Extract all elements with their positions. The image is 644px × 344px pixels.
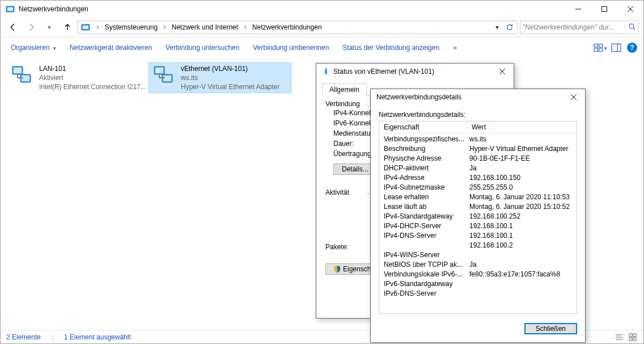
- details-row-property: Verbindungslokale IPv6-...: [379, 270, 467, 279]
- details-row-property: Physische Adresse: [379, 154, 467, 163]
- details-row-property: IPv4-DNS-Server: [379, 231, 467, 241]
- refresh-button[interactable]: [503, 21, 516, 33]
- details-row[interactable]: NetBIOS über TCPIP ak...Ja: [379, 260, 577, 270]
- maximize-button[interactable]: [591, 1, 617, 18]
- help-icon: ?: [627, 43, 637, 53]
- svg-point-5: [629, 24, 634, 28]
- details-row[interactable]: Physische Adresse90-1B-0E-1F-F1-EE: [379, 154, 577, 163]
- close-details-button[interactable]: Schließen: [524, 323, 577, 334]
- details-row[interactable]: IPv6-Standardgateway: [379, 279, 577, 289]
- status-dialog-close-button[interactable]: [493, 64, 511, 79]
- breadcrumb-segment[interactable]: Netzwerk und Internet: [172, 23, 238, 31]
- details-row-value: 192.168.100.1: [467, 231, 577, 241]
- details-row-value: [467, 250, 577, 260]
- details-header-value[interactable]: Wert: [467, 121, 491, 133]
- details-row[interactable]: IPv4-Adresse192.168.100.150: [379, 173, 577, 183]
- details-row-property: IPv6-Standardgateway: [379, 279, 467, 289]
- details-table: Eigenschaft Wert Verbindungsspezifisches…: [379, 121, 577, 314]
- search-input[interactable]: "Netzwerkverbindungen" dur...: [520, 20, 639, 34]
- help-button[interactable]: ?: [625, 41, 639, 54]
- view-options-button[interactable]: [594, 41, 607, 54]
- details-row-property: IPv4-Standardgateway: [379, 212, 467, 221]
- details-row[interactable]: DHCP-aktiviertJa: [379, 163, 577, 173]
- item-count: 2 Elemente: [6, 333, 41, 341]
- disable-adapter-button[interactable]: Netzwerkgerät deaktivieren: [64, 41, 158, 54]
- details-table-header[interactable]: Eigenschaft Wert: [379, 121, 577, 133]
- details-header-property[interactable]: Eigenschaft: [379, 121, 467, 133]
- tiles-view-icon[interactable]: [628, 332, 638, 342]
- details-dialog-close-button[interactable]: [565, 90, 583, 104]
- breadcrumb-chevron[interactable]: [242, 23, 249, 32]
- app-icon: [5, 4, 15, 14]
- details-row-value: Hyper-V Virtual Ethernet Adapter: [467, 144, 577, 154]
- nav-up-button[interactable]: [60, 19, 75, 35]
- svg-rect-13: [14, 68, 22, 73]
- svg-rect-21: [633, 334, 636, 337]
- breadcrumb-chevron[interactable]: [94, 23, 101, 32]
- details-row-value: 192.168.100.2: [467, 241, 577, 250]
- nav-forward-button[interactable]: [23, 19, 39, 35]
- svg-rect-7: [599, 44, 603, 47]
- minimize-button[interactable]: [565, 1, 591, 18]
- location-icon: [80, 22, 91, 32]
- adapter-name: vEthernet (VLAN-101): [181, 64, 280, 73]
- details-view-icon[interactable]: [614, 332, 624, 342]
- details-row-value: 255.255.255.0: [467, 183, 577, 192]
- diagnose-connection-button[interactable]: Verbindung untersuchen: [160, 41, 245, 54]
- details-row-value: Montag, 6. Januar 2020 15:10:52: [467, 202, 577, 212]
- address-bar[interactable]: Systemsteuerung Netzwerk und Internet Ne…: [78, 20, 518, 34]
- explorer-window: Netzwerkverbindungen ▾ Systemsteuerun: [0, 0, 644, 344]
- command-bar: Organisieren Netzwerkgerät deaktivieren …: [1, 37, 643, 58]
- svg-rect-6: [594, 44, 598, 47]
- details-dialog: Netzwerkverbindungsdetails Netzwerkverbi…: [370, 89, 586, 343]
- details-row[interactable]: IPv4-Standardgateway192.168.100.252: [379, 212, 577, 221]
- details-row[interactable]: BeschreibungHyper-V Virtual Ethernet Ada…: [379, 144, 577, 154]
- details-row[interactable]: IPv4-WINS-Server: [379, 250, 577, 260]
- breadcrumb-segment[interactable]: Netzwerkverbindungen: [252, 23, 322, 31]
- svg-point-25: [325, 68, 327, 69]
- details-row[interactable]: Verbindungslokale IPv6-...fe80::95a3:e17…: [379, 270, 577, 279]
- adapter-item[interactable]: vEthernet (VLAN-101) ws.its Hyper-V Virt…: [149, 63, 291, 93]
- details-row-value: ws.its: [467, 135, 577, 144]
- adapter-item[interactable]: LAN-101 Aktiviert Intel(R) Ethernet Conn…: [7, 63, 149, 93]
- details-row[interactable]: IPv4-DHCP-Server192.168.100.1: [379, 221, 577, 231]
- close-button[interactable]: [617, 1, 643, 18]
- overflow-button[interactable]: »: [447, 41, 463, 54]
- details-row-property: Beschreibung: [379, 144, 467, 154]
- search-placeholder: "Netzwerkverbindungen" dur...: [523, 23, 626, 31]
- organize-menu[interactable]: Organisieren: [5, 41, 62, 54]
- details-dialog-titlebar[interactable]: Netzwerkverbindungsdetails: [371, 89, 585, 105]
- breadcrumb-segment[interactable]: Systemsteuerung: [105, 23, 158, 31]
- shield-icon: [334, 266, 341, 272]
- details-row-value: fe80::95a3:e17e:1057:faca%8: [467, 270, 577, 279]
- svg-rect-9: [599, 48, 603, 51]
- search-icon[interactable]: [628, 23, 636, 32]
- details-row-property: NetBIOS über TCPIP ak...: [379, 260, 467, 270]
- details-row[interactable]: IPv4-DNS-Server192.168.100.1: [379, 231, 577, 241]
- address-dropdown-button[interactable]: ▾: [491, 21, 503, 33]
- status-dialog-titlebar[interactable]: Status von vEthernet (VLAN-101): [316, 64, 514, 79]
- adapter-device: Hyper-V Virtual Ethernet Adapter: [181, 82, 280, 91]
- svg-rect-4: [83, 26, 88, 29]
- breadcrumb-chevron[interactable]: [161, 23, 168, 32]
- details-row[interactable]: Lease läuft abMontag, 6. Januar 2020 15:…: [379, 202, 577, 212]
- details-row[interactable]: 192.168.100.2: [379, 241, 577, 250]
- status-dialog-tab-general[interactable]: Allgemein: [322, 83, 367, 95]
- details-row[interactable]: Lease erhaltenMontag, 6. Januar 2020 11:…: [379, 192, 577, 202]
- preview-pane-button[interactable]: [609, 41, 623, 54]
- details-row[interactable]: IPv4-Subnetzmaske255.255.255.0: [379, 183, 577, 192]
- nav-back-button[interactable]: [5, 19, 21, 35]
- view-status-button[interactable]: Status der Verbindung anzeigen: [337, 41, 445, 54]
- network-adapter-icon: [151, 64, 175, 88]
- nav-history-button[interactable]: ▾: [41, 19, 57, 35]
- details-label: Netzwerkverbindungsdetails:: [379, 111, 577, 119]
- adapter-device: Intel(R) Ethernet Connection I217...: [39, 82, 146, 91]
- details-row-property: Lease läuft ab: [379, 202, 467, 212]
- details-row-property: IPv4-Subnetzmaske: [379, 183, 467, 192]
- rename-connection-button[interactable]: Verbindung umbenennen: [247, 41, 334, 54]
- details-row-property: IPv4-WINS-Server: [379, 250, 467, 260]
- status-dialog-icon: [322, 67, 330, 77]
- details-row[interactable]: IPv6-DNS-Server: [379, 289, 577, 299]
- details-row[interactable]: Verbindungsspezifisches...ws.its: [379, 135, 577, 144]
- details-row-property: DHCP-aktiviert: [379, 163, 467, 173]
